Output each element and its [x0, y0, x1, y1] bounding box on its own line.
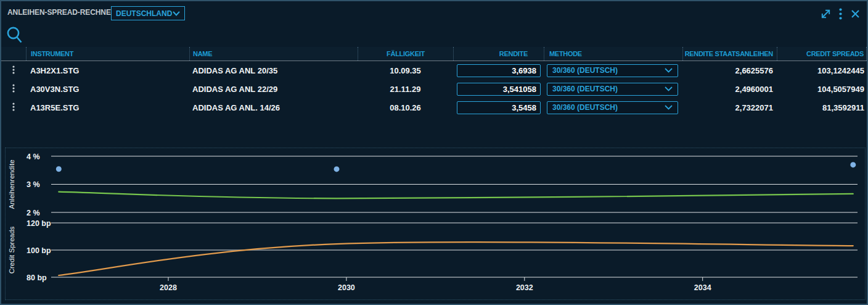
name-cell: ADIDAS AG ANL 22/29 [189, 80, 358, 98]
rendite_staatsanleihen-cell: 2,7322071 [682, 98, 777, 117]
table-body: A3H2X1.STGADIDAS AG ANL 20/3510.09.3530/… [1, 61, 867, 117]
credit_spreads-cell: 104,5057949 [777, 80, 867, 98]
overflow-menu-button[interactable] [837, 7, 843, 20]
rendite-cell [453, 61, 544, 80]
column-header-faelligkeit[interactable]: FÄLLIGKEIT [358, 47, 453, 61]
close-icon [851, 9, 860, 19]
svg-text:120 bp: 120 bp [27, 219, 51, 228]
page-title: ANLEIHEN-SPREAD-RECHNER [7, 8, 116, 17]
methode-select[interactable]: 30/360 (DEUTSCH) [547, 101, 678, 114]
column-header-rowmenu [1, 47, 26, 61]
series-rendite-staatsanleihen-kurve [59, 192, 853, 199]
x-axis-tick-labels: 2028203020322034 [160, 283, 711, 292]
svg-text:Anleihenrendite: Anleihenrendite [8, 160, 15, 209]
row-menu-cell [1, 61, 26, 80]
chevron-down-icon [173, 9, 180, 18]
overflow-menu-icon [839, 8, 842, 20]
spread-chart-svg: 4 %3 %2 %120 bp100 bp80 bpAnleihenrendit… [6, 148, 865, 299]
faelligkeit-cell: 10.09.35 [358, 61, 453, 80]
name-cell: ADIDAS AG ANL 20/35 [189, 61, 358, 80]
svg-text:2034: 2034 [694, 283, 711, 292]
kebab-icon [12, 84, 15, 94]
rendite_staatsanleihen-cell: 2,6625576 [682, 61, 777, 80]
table-header-row: INSTRUMENTNAMEFÄLLIGKEITRENDITEMETHODERE… [1, 47, 867, 61]
svg-text:2 %: 2 % [27, 209, 40, 217]
table-row: A30V3N.STGADIDAS AG ANL 22/2921.11.2930/… [1, 80, 867, 98]
x-axis-ticks [168, 277, 703, 281]
column-header-instrument[interactable]: INSTRUMENT [26, 47, 189, 61]
faelligkeit-cell: 21.11.29 [358, 80, 453, 98]
svg-text:100 bp: 100 bp [27, 246, 51, 255]
methode-cell: 30/360 (DEUTSCH) [544, 80, 682, 98]
y-axis-tick-labels: 4 %3 %2 %120 bp100 bp80 bp [27, 152, 51, 282]
kebab-icon [12, 65, 15, 76]
rendite-input[interactable] [457, 64, 541, 77]
instruments-table: INSTRUMENTNAMEFÄLLIGKEITRENDITEMETHODERE… [1, 47, 867, 117]
svg-text:Credit Spreads: Credit Spreads [8, 226, 15, 274]
name-cell: ADIDAS AG ANL. 14/26 [189, 98, 358, 117]
methode-value: 30/360 (DEUTSCH) [552, 66, 618, 75]
methode-cell: 30/360 (DEUTSCH) [544, 61, 682, 80]
faelligkeit-cell: 08.10.26 [358, 98, 453, 117]
spread-chart: 4 %3 %2 %120 bp100 bp80 bpAnleihenrendit… [5, 148, 866, 300]
series-anleihenrendite-punkte [56, 162, 856, 172]
search-icon [6, 36, 23, 46]
table-row: A13R5E.STGADIDAS AG ANL. 14/2608.10.2630… [1, 98, 867, 117]
credit_spreads-cell: 81,3592911 [777, 98, 867, 117]
chevron-down-icon [665, 66, 673, 75]
chevron-down-icon [665, 103, 673, 112]
search-button[interactable] [6, 26, 23, 44]
svg-text:4 %: 4 % [27, 152, 40, 161]
kebab-icon [12, 102, 15, 113]
row-menu-button[interactable] [1, 80, 26, 98]
row-menu-cell [1, 80, 26, 98]
svg-text:2032: 2032 [516, 283, 533, 292]
row-menu-cell [1, 98, 26, 117]
methode-select[interactable]: 30/360 (DEUTSCH) [547, 64, 678, 77]
column-header-credit_spreads[interactable]: CREDIT SPREADS [777, 47, 867, 61]
country-selector-value: DEUTSCHLAND [116, 9, 172, 18]
svg-text:3 %: 3 % [27, 180, 40, 189]
chevron-down-icon [665, 85, 673, 93]
svg-text:80 bp: 80 bp [27, 274, 47, 282]
bond-spread-calculator-window: ANLEIHEN-SPREAD-RECHNER DEUTSCHLAND [0, 0, 868, 305]
y-axis-titles: AnleihenrenditeCredit Spreads [8, 160, 15, 274]
rendite-input[interactable] [457, 101, 541, 114]
methode-select[interactable]: 30/360 (DEUTSCH) [547, 83, 678, 96]
instrument-cell: A13R5E.STG [26, 98, 189, 117]
svg-text:2030: 2030 [338, 283, 355, 292]
table-row: A3H2X1.STGADIDAS AG ANL 20/3510.09.3530/… [1, 61, 867, 80]
rendite-input[interactable] [457, 83, 541, 96]
methode-value: 30/360 (DEUTSCH) [552, 85, 618, 93]
instrument-cell: A30V3N.STG [26, 80, 189, 98]
methode-cell: 30/360 (DEUTSCH) [544, 98, 682, 117]
country-selector-dropdown[interactable]: DEUTSCHLAND [111, 6, 185, 20]
instrument-cell: A3H2X1.STG [26, 61, 189, 80]
rendite-cell [453, 98, 544, 117]
column-header-rendite_staatsanleihen[interactable]: RENDITE STAATSANLEIHEN [682, 47, 777, 61]
rendite_staatsanleihen-cell: 2,4960001 [682, 80, 777, 98]
close-button[interactable] [849, 7, 861, 20]
row-menu-button[interactable] [1, 61, 26, 80]
column-header-rendite[interactable]: RENDITE [453, 47, 544, 61]
methode-value: 30/360 (DEUTSCH) [552, 103, 618, 112]
expand-button[interactable] [819, 7, 832, 20]
expand-icon [820, 8, 832, 20]
window-controls [819, 7, 861, 20]
row-menu-button[interactable] [1, 98, 26, 117]
rendite-cell [453, 80, 544, 98]
svg-text:2028: 2028 [160, 283, 177, 292]
series-credit-spreads-kurve [59, 242, 853, 275]
credit_spreads-cell: 103,1242445 [777, 61, 867, 80]
column-header-name[interactable]: NAME [189, 47, 358, 61]
column-header-methode[interactable]: METHODE [544, 47, 682, 61]
